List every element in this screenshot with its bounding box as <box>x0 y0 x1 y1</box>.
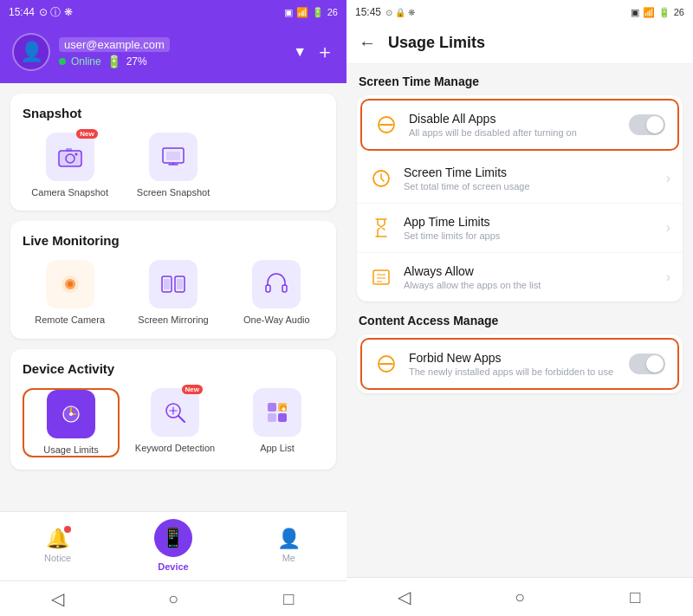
screen-mirroring-item[interactable]: Screen Mirroring <box>126 260 220 326</box>
keyword-new-badge: New <box>182 385 203 394</box>
camera-snapshot-icon-box: New <box>46 133 94 181</box>
svg-rect-15 <box>177 279 183 289</box>
keyword-detection-label: Keyword Detection <box>135 442 215 454</box>
page-title: Usage Limits <box>388 34 485 52</box>
user-info: user@example.com Online 🔋 27% <box>59 36 284 68</box>
snapshot-grid: New Camera Snapshot <box>23 133 324 198</box>
remote-camera-icon-box <box>46 260 94 308</box>
always-allow-chevron-icon: › <box>666 269 670 285</box>
left-content: Snapshot New Camera Snapshot <box>0 83 346 511</box>
online-label: Online <box>71 55 101 68</box>
forbid-new-apps-toggle[interactable] <box>629 353 665 374</box>
content-access-manage-title: Content Access Manage <box>357 314 683 327</box>
always-allow-item[interactable]: Always Allow Always allow the apps on th… <box>357 253 683 302</box>
always-allow-icon <box>369 265 393 289</box>
left-signal-icon: ▣ <box>284 7 293 18</box>
left-status-icons: ⊙ ⓘ ❋ <box>39 5 73 20</box>
right-status-bar: 15:45 ⊙ 🔒 ❋ ▣ 📶 🔋 26 <box>346 0 693 24</box>
screen-time-limits-item[interactable]: Screen Time Limits Set total time of scr… <box>357 154 683 204</box>
right-recents-sym[interactable]: □ <box>578 587 693 607</box>
disable-all-apps-subtitle: All apps will be disabled after turning … <box>409 127 619 138</box>
screen-snapshot-item[interactable]: Screen Snapshot <box>126 133 220 198</box>
remote-camera-item[interactable]: Remote Camera <box>23 260 117 326</box>
camera-snapshot-item[interactable]: New Camera Snapshot <box>23 133 117 198</box>
screen-mirroring-label: Screen Mirroring <box>138 314 208 326</box>
forbid-icon <box>374 352 398 376</box>
right-back-sym[interactable]: ◁ <box>346 587 462 607</box>
svg-rect-28 <box>278 413 287 422</box>
camera-new-badge: New <box>76 129 97 139</box>
forbid-new-apps-item[interactable]: Forbid New Apps The newly installed apps… <box>360 338 679 390</box>
svg-rect-27 <box>268 413 276 422</box>
app-list-icon-box: ◆ <box>253 388 301 437</box>
right-header: ← Usage Limits <box>346 24 693 64</box>
screen-time-limits-text: Screen Time Limits Set total time of scr… <box>404 165 656 191</box>
avatar: 👤 <box>12 33 50 71</box>
device-icon: 📱 <box>154 519 192 557</box>
always-allow-text: Always Allow Always allow the apps on th… <box>404 264 656 290</box>
camera-icon <box>57 144 83 170</box>
right-wifi-icon: 📶 <box>643 7 655 18</box>
list-check-icon <box>371 267 392 288</box>
notice-label: Notice <box>44 553 71 563</box>
left-status-bar: 15:44 ⊙ ⓘ ❋ ▣ 📶 🔋 26 <box>0 0 346 24</box>
screen-mirroring-icon-box <box>149 260 198 308</box>
right-content: Screen Time Manage Disable All Apps <box>346 64 693 577</box>
home-sym[interactable]: ○ <box>115 589 230 609</box>
always-allow-subtitle: Always allow the apps on the list <box>404 280 656 290</box>
screen-time-manage-card: Disable All Apps All apps will be disabl… <box>357 95 683 302</box>
right-panel: 15:45 ⊙ 🔒 ❋ ▣ 📶 🔋 26 ← Usage Limits Scre… <box>346 0 693 616</box>
forbid-new-apps-text: Forbid New Apps The newly installed apps… <box>409 351 619 377</box>
live-monitoring-section: Live Monitoring Remote Camera <box>10 221 336 338</box>
avatar-icon: 👤 <box>20 41 43 63</box>
svg-rect-8 <box>166 152 180 160</box>
screen-snapshot-icon-box <box>149 133 198 181</box>
back-sym[interactable]: ◁ <box>0 588 115 609</box>
screen-time-limits-subtitle: Set total time of screen usage <box>404 181 656 191</box>
right-home-sym[interactable]: ○ <box>462 587 577 607</box>
right-system-nav: ◁ ○ □ <box>346 577 693 616</box>
content-access-manage-section: Content Access Manage Forbid New Apps <box>357 314 683 393</box>
disable-all-apps-toggle[interactable] <box>629 114 665 135</box>
svg-rect-17 <box>282 285 287 292</box>
left-bottom-nav: 🔔 Notice 📱 Device 👤 Me <box>0 511 346 580</box>
keyword-detection-item[interactable]: New Keyword Detection <box>128 388 222 457</box>
forbid-new-apps-title: Forbid New Apps <box>409 351 619 365</box>
me-icon: 👤 <box>277 528 301 550</box>
app-time-limits-text: App Time Limits Set time limits for apps <box>404 215 656 241</box>
right-status-right: ▣ 📶 🔋 26 <box>631 7 684 18</box>
notice-notif-dot <box>64 526 71 533</box>
back-arrow-icon[interactable]: ← <box>359 33 376 53</box>
forbid-circle-icon <box>376 353 397 374</box>
one-way-audio-item[interactable]: One-Way Audio <box>230 260 324 326</box>
add-button[interactable]: ＋ <box>315 39 334 65</box>
device-activity-section: Device Activity Usage Limits <box>10 349 336 470</box>
usage-limits-item[interactable]: Usage Limits <box>23 388 120 457</box>
left-wifi-icon: 📶 <box>296 7 308 18</box>
disable-all-apps-item[interactable]: Disable All Apps All apps will be disabl… <box>360 99 679 151</box>
app-list-item[interactable]: ◆ App List <box>230 388 324 457</box>
disable-all-apps-row: Disable All Apps All apps will be disabl… <box>362 101 677 149</box>
headphone-icon <box>263 271 289 297</box>
battery-pct-left: 27% <box>126 55 147 68</box>
app-time-limits-item[interactable]: App Time Limits Set time limits for apps… <box>357 204 683 253</box>
header-actions: ▼ ＋ <box>293 39 334 65</box>
svg-point-4 <box>74 153 77 156</box>
keyword-icon <box>162 399 188 425</box>
remote-camera-label: Remote Camera <box>35 314 105 326</box>
left-time: 15:44 <box>9 6 35 18</box>
dropdown-arrow-icon[interactable]: ▼ <box>293 44 307 60</box>
nav-me[interactable]: 👤 Me <box>231 528 346 563</box>
left-system-nav: ◁ ○ □ <box>0 580 346 616</box>
forbid-toggle-circle <box>646 355 664 373</box>
screen-time-chevron-icon: › <box>666 171 670 186</box>
recents-sym[interactable]: □ <box>231 589 346 609</box>
me-label: Me <box>282 553 295 563</box>
live-monitoring-grid: Remote Camera Screen Mirroring <box>23 260 324 326</box>
usage-limits-label: Usage Limits <box>43 444 99 456</box>
nav-notice[interactable]: 🔔 Notice <box>0 528 115 563</box>
svg-point-20 <box>69 412 73 416</box>
svg-rect-16 <box>266 285 270 292</box>
nav-device[interactable]: 📱 Device <box>115 519 230 572</box>
screen-time-icon <box>369 166 393 191</box>
